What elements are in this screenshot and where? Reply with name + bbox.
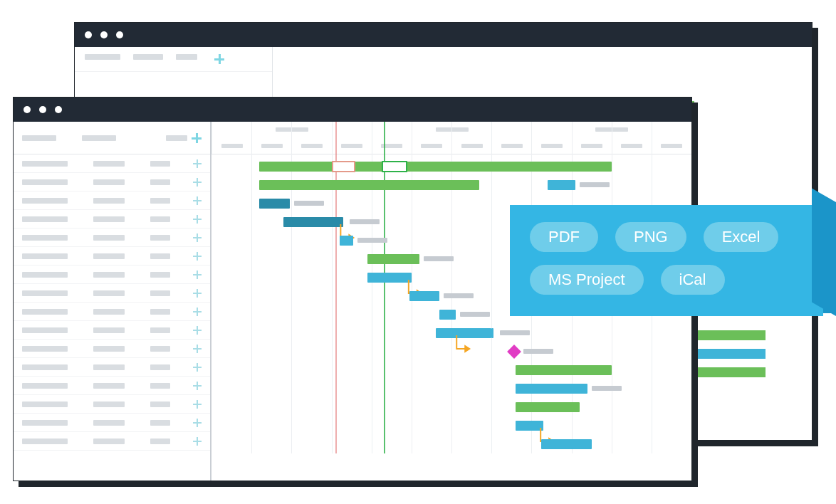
gantt-bar[interactable] [259, 199, 289, 209]
gantt-row [211, 379, 691, 398]
bar-label [350, 219, 380, 224]
task-row[interactable] [14, 266, 210, 284]
window-dot [85, 31, 92, 38]
bar-label [460, 312, 490, 317]
task-table-header [14, 122, 210, 154]
timeline-col [531, 138, 571, 154]
gantt-bar[interactable] [340, 236, 354, 246]
window-dot [116, 31, 123, 38]
gantt-bar[interactable] [516, 384, 587, 394]
add-task-icon[interactable] [193, 308, 202, 316]
gantt-row [211, 342, 691, 361]
gantt-row [211, 361, 691, 379]
timeline-col [251, 138, 291, 154]
timeline-col [291, 138, 331, 154]
bar-label [523, 349, 553, 354]
gantt-bar[interactable] [516, 365, 612, 375]
bar-label [444, 293, 474, 298]
bar-label [592, 386, 622, 391]
task-row[interactable] [14, 210, 210, 229]
add-task-icon[interactable] [193, 400, 202, 409]
gantt-bar[interactable] [436, 328, 492, 338]
add-task-icon[interactable] [193, 289, 202, 298]
gantt-bar[interactable] [283, 217, 343, 227]
bar-label [500, 330, 530, 335]
gantt-bar[interactable] [548, 180, 575, 190]
gantt-row [211, 157, 691, 176]
export-option-excel[interactable]: Excel [704, 222, 779, 252]
milestone-icon[interactable] [508, 345, 522, 359]
add-column-icon[interactable] [214, 54, 224, 64]
add-task-icon[interactable] [193, 252, 202, 261]
timeline-col [372, 138, 412, 154]
gantt-bar[interactable] [491, 328, 493, 338]
selection-highlight [382, 161, 408, 172]
timeline-col [451, 138, 491, 154]
task-table [14, 122, 211, 481]
task-row[interactable] [14, 321, 210, 340]
task-row[interactable] [14, 154, 210, 173]
add-task-icon[interactable] [193, 382, 202, 390]
bar-label [424, 256, 454, 261]
add-task-icon[interactable] [193, 215, 202, 224]
bar-label [357, 238, 387, 243]
gantt-bar[interactable] [541, 439, 591, 449]
add-column-icon[interactable] [192, 133, 202, 143]
add-task-icon[interactable] [193, 363, 202, 372]
window-dot [55, 106, 62, 113]
add-task-icon[interactable] [193, 196, 202, 205]
add-task-icon[interactable] [193, 233, 202, 242]
gantt-row [211, 435, 691, 453]
task-row[interactable] [14, 303, 210, 321]
task-row[interactable] [14, 191, 210, 210]
task-row[interactable] [14, 340, 210, 358]
add-task-icon[interactable] [193, 345, 202, 353]
timeline-col [332, 138, 372, 154]
timeline-col [572, 138, 612, 154]
task-row[interactable] [14, 414, 210, 432]
timeline-col [652, 138, 691, 154]
timeline-col [491, 138, 531, 154]
gantt-row [211, 398, 691, 416]
export-option-ms-project[interactable]: MS Project [530, 265, 644, 295]
export-popover: PDF PNG Excel MS Project iCal [510, 205, 823, 316]
gantt-bar[interactable] [367, 254, 419, 264]
window-dot [100, 31, 108, 38]
add-task-icon[interactable] [193, 437, 202, 446]
export-option-pdf[interactable]: PDF [530, 222, 598, 252]
task-row[interactable] [14, 173, 210, 191]
bar-label [580, 182, 610, 187]
titlebar-front [14, 98, 691, 122]
gantt-bar[interactable] [367, 273, 412, 283]
timeline-col [211, 138, 251, 154]
add-task-icon[interactable] [193, 271, 202, 279]
task-row[interactable] [14, 229, 210, 247]
add-task-icon[interactable] [193, 178, 202, 187]
task-row[interactable] [14, 395, 210, 414]
add-task-icon[interactable] [193, 326, 202, 335]
task-row[interactable] [14, 358, 210, 377]
task-row[interactable] [14, 432, 210, 451]
task-row[interactable] [14, 284, 210, 303]
gantt-bar[interactable] [516, 402, 580, 412]
window-dot [23, 106, 31, 113]
export-option-png[interactable]: PNG [615, 222, 686, 252]
gantt-bar[interactable] [259, 162, 611, 172]
gantt-row [211, 176, 691, 194]
task-row[interactable] [14, 247, 210, 266]
gantt-bar[interactable] [259, 180, 479, 190]
timeline-col [612, 138, 652, 154]
add-task-icon[interactable] [193, 159, 202, 168]
gantt-bar[interactable] [439, 310, 455, 320]
timeline-col [412, 138, 451, 154]
export-option-ical[interactable]: iCal [661, 265, 725, 295]
gantt-bar[interactable] [516, 421, 543, 431]
gantt-row [211, 416, 691, 435]
gantt-bar[interactable] [409, 291, 439, 301]
window-dot [39, 106, 46, 113]
task-row[interactable] [14, 377, 210, 395]
titlebar-back [75, 23, 812, 47]
add-task-icon[interactable] [193, 419, 202, 427]
selection-highlight [332, 161, 356, 172]
gantt-row [211, 324, 691, 342]
